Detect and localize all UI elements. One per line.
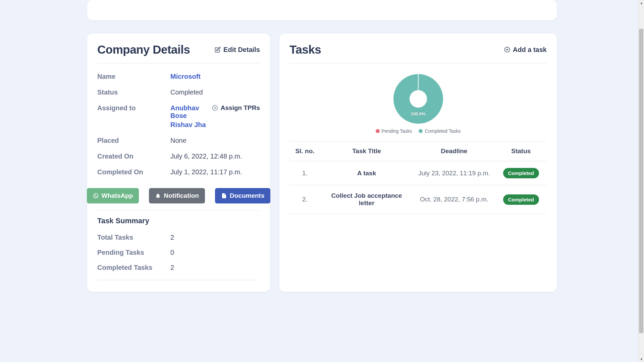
assigned-value: Anubhav Bose Rishav Jha bbox=[170, 104, 212, 129]
documents-button[interactable]: Documents bbox=[215, 188, 270, 203]
legend-dot-completed-icon bbox=[419, 129, 423, 133]
legend-dot-pending-icon bbox=[376, 129, 380, 133]
assign-tprs-button[interactable]: Assign TPRs bbox=[212, 104, 260, 112]
tasks-donut-chart: 100.0% Pending Tasks Completed Tasks bbox=[289, 69, 547, 136]
edit-icon bbox=[215, 47, 221, 53]
vertical-scrollbar[interactable]: ▲ ▼ bbox=[638, 0, 644, 362]
cell-status: Completed bbox=[495, 185, 547, 214]
donut-hole bbox=[410, 90, 427, 108]
tasks-card: Tasks Add a task 100.0% Pending Tasks bbox=[279, 34, 557, 292]
created-value: July 6, 2022, 12:48 p.m. bbox=[170, 153, 260, 160]
name-label: Name bbox=[97, 73, 170, 80]
col-header-status: Status bbox=[495, 141, 547, 161]
whatsapp-button[interactable]: WhatsApp bbox=[87, 188, 139, 203]
status-badge: Completed bbox=[503, 168, 539, 178]
documents-label: Documents bbox=[230, 192, 264, 199]
col-header-deadline: Deadline bbox=[413, 141, 495, 161]
completed-on-label: Completed On bbox=[97, 168, 170, 176]
detail-row-placed: Placed None bbox=[97, 133, 260, 148]
donut-divider-line bbox=[418, 74, 419, 90]
total-tasks-value: 2 bbox=[170, 234, 174, 241]
task-summary-title: Task Summary bbox=[97, 217, 260, 225]
placed-value: None bbox=[170, 137, 260, 144]
whatsapp-icon bbox=[93, 193, 99, 199]
donut-wrap: 100.0% bbox=[393, 74, 443, 124]
edit-details-button[interactable]: Edit Details bbox=[215, 46, 260, 54]
completed-tasks-value: 2 bbox=[170, 264, 174, 272]
table-row: 1. A task July 23, 2022, 11:19 p.m. Comp… bbox=[289, 161, 547, 185]
tasks-table: Sl. no. Task Title Deadline Status 1. A … bbox=[289, 141, 547, 214]
completed-tasks-label: Completed Tasks bbox=[97, 264, 170, 272]
pending-tasks-label: Pending Tasks bbox=[97, 249, 170, 256]
assignee-link-2[interactable]: Rishav Jha bbox=[170, 121, 212, 129]
total-tasks-label: Total Tasks bbox=[97, 234, 170, 241]
divider bbox=[97, 210, 260, 210]
created-label: Created On bbox=[97, 153, 170, 160]
status-badge: Completed bbox=[503, 194, 539, 205]
detail-row-assigned: Assigned to Anubhav Bose Rishav Jha Assi… bbox=[97, 100, 260, 133]
notification-button[interactable]: Notification bbox=[149, 188, 205, 203]
table-row: 2. Collect Job acceptance letter Oct. 28… bbox=[289, 185, 547, 214]
scrollbar-up-arrow-icon[interactable]: ▲ bbox=[639, 0, 644, 6]
action-button-row: WhatsApp Notification Documents bbox=[97, 180, 260, 207]
scrollbar-thumb[interactable] bbox=[639, 29, 643, 333]
detail-row-created: Created On July 6, 2022, 12:48 p.m. bbox=[97, 148, 260, 164]
detail-row-completed: Completed On July 1, 2022, 11:17 p.m. bbox=[97, 164, 260, 180]
donut-percent-label: 100.0% bbox=[411, 111, 425, 116]
assign-tprs-label: Assign TPRs bbox=[221, 104, 260, 112]
assignee-link-1[interactable]: Anubhav Bose bbox=[170, 104, 212, 120]
cell-status: Completed bbox=[495, 161, 547, 185]
summary-row-total: Total Tasks 2 bbox=[97, 230, 260, 245]
plus-circle-icon bbox=[504, 47, 510, 53]
legend-item-completed: Completed Tasks bbox=[419, 128, 461, 134]
scrollbar-down-arrow-icon[interactable]: ▼ bbox=[639, 356, 644, 362]
detail-row-status: Status Completed bbox=[97, 84, 260, 100]
company-details-card: Company Details Edit Details Name Micros… bbox=[87, 34, 270, 292]
legend-pending-label: Pending Tasks bbox=[382, 128, 412, 134]
add-task-button[interactable]: Add a task bbox=[504, 46, 547, 54]
document-icon bbox=[221, 193, 227, 199]
name-value[interactable]: Microsoft bbox=[170, 73, 260, 80]
top-banner-card bbox=[87, 0, 557, 20]
tasks-card-header: Tasks Add a task bbox=[289, 43, 547, 63]
cell-title[interactable]: A task bbox=[320, 161, 413, 185]
summary-row-completed: Completed Tasks 2 bbox=[97, 260, 260, 275]
edit-details-label: Edit Details bbox=[223, 46, 260, 54]
cell-sl: 1. bbox=[289, 161, 320, 185]
assigned-label: Assigned to bbox=[97, 104, 170, 112]
company-title: Company Details bbox=[97, 43, 190, 56]
col-header-title: Task Title bbox=[320, 141, 413, 161]
divider bbox=[97, 280, 260, 280]
tasks-title: Tasks bbox=[289, 43, 321, 56]
cell-title[interactable]: Collect Job acceptance letter bbox=[320, 185, 413, 214]
summary-row-pending: Pending Tasks 0 bbox=[97, 245, 260, 260]
whatsapp-label: WhatsApp bbox=[102, 192, 133, 199]
bell-icon bbox=[155, 193, 161, 199]
placed-label: Placed bbox=[97, 137, 170, 144]
company-card-header: Company Details Edit Details bbox=[97, 43, 260, 63]
cell-deadline: July 23, 2022, 11:19 p.m. bbox=[413, 161, 495, 185]
detail-row-name: Name Microsoft bbox=[97, 69, 260, 84]
cell-deadline: Oct. 28, 2022, 7:56 p.m. bbox=[413, 185, 495, 214]
col-header-sl: Sl. no. bbox=[289, 141, 320, 161]
legend-completed-label: Completed Tasks bbox=[425, 128, 461, 134]
add-task-label: Add a task bbox=[513, 46, 547, 54]
chart-legend: Pending Tasks Completed Tasks bbox=[376, 128, 461, 134]
cell-sl: 2. bbox=[289, 185, 320, 214]
status-value: Completed bbox=[170, 88, 260, 96]
plus-circle-icon bbox=[212, 105, 218, 111]
status-label: Status bbox=[97, 88, 170, 96]
legend-item-pending: Pending Tasks bbox=[376, 128, 412, 134]
pending-tasks-value: 0 bbox=[170, 249, 174, 256]
notification-label: Notification bbox=[164, 192, 199, 199]
completed-on-value: July 1, 2022, 11:17 p.m. bbox=[170, 168, 260, 176]
